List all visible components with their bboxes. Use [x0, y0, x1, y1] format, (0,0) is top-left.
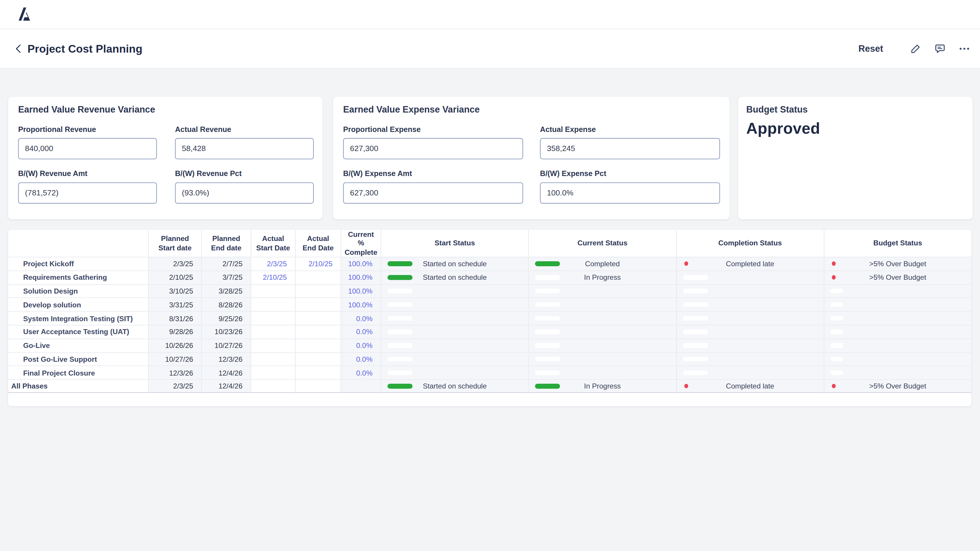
- status-indicator-white-pill: [683, 275, 708, 280]
- status-indicator-red-dot: [832, 384, 836, 388]
- start-status-cell: Started on schedule: [381, 270, 528, 284]
- actual-start-cell[interactable]: 2/3/25: [250, 257, 295, 270]
- bw-revenue-pct-field: B/(W) Revenue Pct: [175, 169, 314, 204]
- actual-expense-input[interactable]: [540, 138, 720, 159]
- status-indicator-red-dot: [832, 262, 836, 266]
- status-indicator-green-pill: [388, 262, 412, 266]
- current-status-cell: [528, 338, 676, 352]
- pct-complete-cell[interactable]: 100.0%: [340, 270, 380, 284]
- bw-expense-pct-field: B/(W) Expense Pct: [540, 169, 720, 204]
- table-row: Project Kickoff2/3/252/7/252/3/252/10/25…: [8, 257, 972, 270]
- actual-end-cell[interactable]: 2/10/25: [295, 257, 340, 270]
- proportional-revenue-input[interactable]: [18, 138, 157, 159]
- status-label: Completed late: [726, 260, 774, 268]
- status-indicator-green-pill: [535, 384, 560, 389]
- phase-name-cell: All Phases: [8, 380, 148, 393]
- status-label: In Progress: [584, 382, 621, 390]
- actual-start-cell[interactable]: [250, 284, 295, 297]
- status-indicator-white-pill: [683, 371, 708, 375]
- start-status-cell: Started on schedule: [381, 257, 528, 270]
- start-status-cell: [381, 325, 528, 338]
- actual-end-cell[interactable]: [295, 352, 340, 365]
- bw-revenue-amt-field: B/(W) Revenue Amt: [18, 169, 157, 204]
- completion-status-cell: [676, 365, 824, 379]
- actual-start-cell[interactable]: [250, 365, 295, 379]
- status-indicator-white-pill-small: [830, 330, 843, 334]
- actual-start-cell[interactable]: [250, 352, 295, 365]
- col-header-planned-end: Planned End date: [201, 230, 250, 257]
- col-header-pct-complete: Current % Complete: [340, 230, 380, 257]
- planned-end-cell: 2/7/25: [201, 257, 250, 270]
- phases-table: Planned Start date Planned End date Actu…: [8, 230, 972, 406]
- actual-end-cell[interactable]: [295, 298, 340, 311]
- bw-revenue-amt-input[interactable]: [18, 183, 157, 204]
- more-icon[interactable]: [959, 43, 970, 54]
- header-actions: Reset: [859, 29, 970, 68]
- status-indicator-white-pill: [388, 289, 412, 294]
- planned-end-cell: 12/3/26: [201, 352, 250, 365]
- table-row: User Acceptance Testing (UAT)9/28/2610/2…: [8, 325, 972, 338]
- actual-start-cell[interactable]: 2/10/25: [250, 270, 295, 284]
- pct-complete-cell[interactable]: 100.0%: [340, 257, 380, 270]
- pct-complete-cell[interactable]: 0.0%: [340, 311, 380, 325]
- actual-start-cell[interactable]: [250, 298, 295, 311]
- completion-status-cell: Completed late: [676, 380, 824, 393]
- bw-expense-amt-field: B/(W) Expense Amt: [343, 169, 523, 204]
- budget-status-card: Budget Status Approved: [738, 97, 972, 219]
- status-indicator-white-pill: [683, 289, 708, 294]
- actual-end-cell[interactable]: [295, 325, 340, 338]
- budget-status-cell: [824, 352, 971, 365]
- actual-end-cell[interactable]: [295, 284, 340, 297]
- pct-complete-cell[interactable]: 100.0%: [340, 298, 380, 311]
- page-header: Project Cost Planning Reset: [0, 29, 980, 69]
- pct-complete-cell[interactable]: 0.0%: [340, 365, 380, 379]
- actual-start-cell[interactable]: [250, 338, 295, 352]
- status-indicator-green-pill: [388, 384, 412, 389]
- budget-status-cell: [824, 298, 971, 311]
- table-header-row: Planned Start date Planned End date Actu…: [8, 230, 972, 257]
- start-status-cell: [381, 298, 528, 311]
- reset-button[interactable]: Reset: [859, 44, 883, 54]
- planned-start-cell: 2/10/25: [148, 270, 201, 284]
- pct-complete-cell[interactable]: 0.0%: [340, 325, 380, 338]
- back-icon[interactable]: [13, 43, 25, 55]
- pct-complete-cell[interactable]: 0.0%: [340, 352, 380, 365]
- status-label: >5% Over Budget: [869, 260, 926, 268]
- phase-name-cell: Solution Design: [8, 284, 148, 297]
- pct-complete-cell[interactable]: 0.0%: [340, 338, 380, 352]
- completion-status-cell: [676, 311, 824, 325]
- pct-complete-cell[interactable]: 100.0%: [340, 284, 380, 297]
- col-header-name: [8, 230, 148, 257]
- proportional-expense-input[interactable]: [343, 138, 523, 159]
- budget-status-cell: [824, 284, 971, 297]
- col-header-actual-end: Actual End Date: [295, 230, 340, 257]
- table-row: All Phases2/3/2512/4/26Started on schedu…: [8, 380, 972, 393]
- status-indicator-white-pill: [683, 343, 708, 348]
- planned-end-cell: 3/28/25: [201, 284, 250, 297]
- actual-end-cell[interactable]: [295, 311, 340, 325]
- current-status-cell: [528, 325, 676, 338]
- bw-expense-amt-input[interactable]: [343, 183, 523, 204]
- planned-end-cell: 12/4/26: [201, 380, 250, 393]
- actual-end-cell[interactable]: [295, 365, 340, 379]
- status-indicator-green-pill: [388, 275, 412, 280]
- actual-start-cell[interactable]: [250, 325, 295, 338]
- completion-status-cell: Completed late: [676, 257, 824, 270]
- edit-icon[interactable]: [910, 43, 921, 54]
- status-indicator-white-pill-small: [830, 343, 843, 348]
- status-indicator-white-pill: [388, 343, 412, 348]
- anaplan-logo-icon[interactable]: [17, 6, 31, 22]
- planned-start-cell: 3/10/25: [148, 284, 201, 297]
- start-status-cell: [381, 284, 528, 297]
- card-title: Budget Status: [746, 104, 808, 114]
- actual-end-cell[interactable]: [295, 338, 340, 352]
- phase-name-cell: System Integration Testing (SIT): [8, 311, 148, 325]
- status-indicator-white-pill: [388, 371, 412, 375]
- actual-start-cell[interactable]: [250, 311, 295, 325]
- bw-revenue-pct-input[interactable]: [175, 183, 314, 204]
- comment-icon[interactable]: [934, 43, 946, 54]
- bw-expense-pct-input[interactable]: [540, 183, 720, 204]
- actual-end-cell[interactable]: [295, 270, 340, 284]
- start-status-cell: Started on schedule: [381, 380, 528, 393]
- actual-revenue-input[interactable]: [175, 138, 314, 159]
